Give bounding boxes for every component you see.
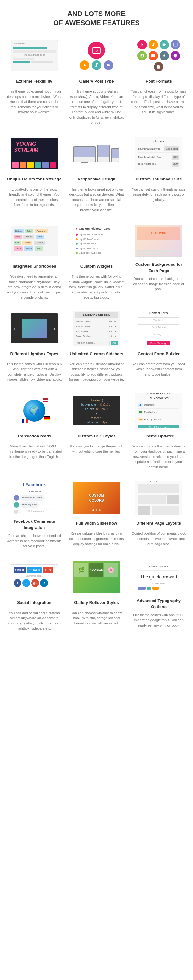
feature-desc-facebook: You can choose between standard wordpres…	[6, 533, 62, 549]
feature-image-widgets: ■ Custom Widgets - Cols LiquidFolio - So…	[69, 224, 124, 258]
feature-social: f Tweet 🐦 Tweet g+ +1 Share this post...…	[3, 555, 65, 637]
feature-title-flexibility: Extreme Flexibility	[16, 76, 53, 86]
feature-image-rollover: 🌿 ADD SIZE 🌸	[69, 560, 124, 595]
feature-desc-widgets: This theme comes with following custom w…	[69, 274, 124, 300]
feature-title-custombg: Custom Background for Each Page	[131, 261, 187, 274]
feature-desc-thumbnail: You can set custom thumbnail size separa…	[131, 187, 187, 202]
feature-translation: 🌍 Translation ready Make it multilingual…	[3, 388, 65, 476]
feature-widgets: ■ Custom Widgets - Cols LiquidFolio - So…	[65, 219, 128, 306]
feature-unique-colors: YOUNGSCREAM Unique Colors for PostPage L…	[3, 132, 65, 219]
feature-desc-colors: LiquidFolio is one of the most friendly …	[6, 187, 62, 207]
feature-title-rollover: Gallery Rollover Styles	[74, 598, 119, 608]
feature-title-typography: Advanced Typography Options	[131, 598, 187, 610]
feature-desc-custombg: You can set custom background color and …	[131, 276, 187, 292]
page-container: AND LOTS MORE OF AWESOME FEATURES Defaul…	[0, 0, 193, 637]
feature-desc-updater: You can update this theme directly from …	[131, 444, 187, 470]
feature-image-postformats: ✱	[131, 38, 187, 73]
feature-title-postformats: Post Formats	[146, 76, 172, 86]
phone-device-icon	[111, 148, 119, 162]
fb-avatar-1	[14, 495, 19, 501]
tw-circle-icon[interactable]: 🐦	[22, 579, 30, 587]
key-icon	[138, 417, 143, 422]
feature-desc-sidebars: You can create unlimited amount of sideb…	[69, 361, 124, 382]
flag-de-icon	[44, 416, 50, 420]
feature-extreme-flexibility: Default color The background color Extre…	[3, 34, 65, 132]
lightbox-prev-icon: ‹	[13, 324, 16, 333]
tablet-device-icon	[97, 145, 110, 162]
feature-image-customcss: .header { background: #1a1a2e; color: #e…	[69, 393, 124, 428]
feature-title-social: Social Integration	[17, 598, 51, 608]
feature-layouts: Page Layout Options Different Page Layou…	[128, 476, 190, 555]
font-preview-text: The quick brown f	[138, 573, 179, 581]
feature-desc-customcss: It allows you to change theme look witho…	[69, 444, 124, 454]
feature-lightbox: ‹ › Different Lightbox Types This theme …	[3, 306, 65, 388]
slide-dot-3[interactable]	[99, 509, 100, 511]
fb-avatar-2	[14, 502, 19, 508]
feature-desc-typography: Our theme comes with about 500 integrate…	[131, 612, 187, 628]
feature-title-thumbnail: Custom Thumbnail Size	[136, 174, 182, 184]
feature-desc-lightbox: This theme comes with Fullscreen & Small…	[6, 361, 62, 382]
feature-title-sidebars: Unlimited Custom Sidebars	[70, 349, 123, 359]
facebook-share-button[interactable]: f Tweet	[14, 567, 26, 573]
update-button[interactable]: Check for Updates	[138, 425, 179, 428]
social-buttons-bar: f Tweet 🐦 Tweet g+ +1	[14, 567, 55, 573]
feature-customcss: .header { background: #1a1a2e; color: #e…	[65, 388, 128, 476]
feature-desc-contactform: You can create any form you need with ou…	[131, 361, 187, 377]
feature-slideshow: CUSTOMCOLORS Full Width Slideshow Create…	[65, 476, 128, 555]
feature-desc-gallery: This theme supports Gallery (slideshow),…	[69, 89, 124, 125]
rollover-thumb-2: ADD SIZE	[89, 563, 103, 577]
slide-dot-1[interactable]	[93, 509, 94, 511]
fb-circle-icon[interactable]: f	[14, 579, 21, 587]
feature-updater: USER ACCOUNT INFORMATION Username Email …	[128, 388, 190, 476]
feature-image-typography: Choose a Font The quick brown f Open San…	[131, 560, 187, 595]
add-sidebar-button[interactable]: Add	[111, 341, 118, 345]
feature-desc-layouts: Control position of comments block and c…	[131, 531, 187, 547]
feature-desc-flexibility: This theme looks great not only on deskt…	[6, 89, 62, 115]
feature-thumbnail: plume ▾ Thumbnail size type Use global T…	[128, 132, 190, 219]
feature-title-layouts: Different Page Layouts	[137, 518, 181, 528]
feature-title-updater: Theme Updater	[144, 431, 174, 441]
feature-desc-shortcodes: You don't need to remember all these sho…	[6, 274, 62, 300]
gp-circle-icon[interactable]: g+	[31, 579, 39, 587]
twitter-share-button[interactable]: 🐦 Tweet	[27, 567, 41, 573]
feature-responsive-design: Responsive Design This theme looks great…	[65, 132, 128, 219]
linkedin-circle-icon[interactable]: in	[40, 579, 48, 587]
flag-us-icon	[42, 398, 49, 402]
feature-title-contactform: Contact Form Builder	[138, 349, 180, 359]
features-grid: Default color The background color Extre…	[0, 34, 193, 637]
feature-title-shortcodes: Integrated Shortcodes	[13, 261, 56, 272]
feature-shortcodes: Button Tabs Accordion Alert Column Icon …	[3, 219, 65, 306]
feature-title-customcss: Custom CSS Styles	[78, 431, 116, 441]
feature-image-shortcodes: Button Tabs Accordion Alert Column Icon …	[6, 224, 62, 258]
googleplus-share-button[interactable]: g+ +1	[43, 567, 53, 573]
feature-gallery-post-type: Gallery Post Type This theme supports Ga…	[65, 34, 128, 132]
feature-image-updater: USER ACCOUNT INFORMATION Username Email …	[131, 393, 187, 428]
gallery-main-icon	[88, 41, 105, 59]
feature-image-contactform: Contact Form Your Name Email Address Mes…	[131, 311, 187, 346]
rollover-thumb-1: 🌿	[75, 563, 88, 577]
feature-sidebars: SIDEBARS SETTING Default Sidebaredit | d…	[65, 306, 128, 388]
feature-image-facebook: f Facebook 2 Comments Great theme! Love …	[6, 480, 62, 515]
contact-submit-button[interactable]: Send Message	[147, 341, 170, 345]
feature-image-social: f Tweet 🐦 Tweet g+ +1 Share this post...…	[6, 560, 62, 595]
feature-image-slideshow: CUSTOMCOLORS	[69, 480, 124, 515]
feature-image-translation: 🌍	[6, 393, 62, 428]
font-name-label: Open Sans	[138, 582, 179, 585]
feature-desc-slideshow: Create unique slides by changing colors,…	[69, 531, 124, 547]
rollover-thumb-3: 🌸	[104, 563, 118, 577]
feature-image-flexibility: Default color The background color	[6, 38, 62, 73]
globe-icon: 🌍	[23, 399, 45, 422]
feature-title-colors: Unique Colors for PostPage	[7, 174, 62, 184]
feature-image-sidebars: SIDEBARS SETTING Default Sidebaredit | d…	[69, 311, 124, 346]
feature-title-widgets: Custom Widgets	[80, 261, 113, 272]
email-icon	[138, 410, 143, 415]
feature-image-lightbox: ‹ ›	[6, 311, 62, 346]
feature-title-gallery: Gallery Post Type	[80, 76, 114, 86]
feature-desc-rollover: You can choose whether to show block wit…	[69, 610, 124, 626]
feature-facebook: f Facebook 2 Comments Great theme! Love …	[3, 476, 65, 555]
slide-dot-2[interactable]	[96, 509, 97, 511]
feature-image-gallery	[69, 38, 124, 73]
feature-desc-responsive: This theme looks great not only on deskt…	[69, 187, 124, 213]
fb-avatar-me	[14, 509, 18, 514]
page-title: AND LOTS MORE OF AWESOME FEATURES	[6, 10, 187, 27]
